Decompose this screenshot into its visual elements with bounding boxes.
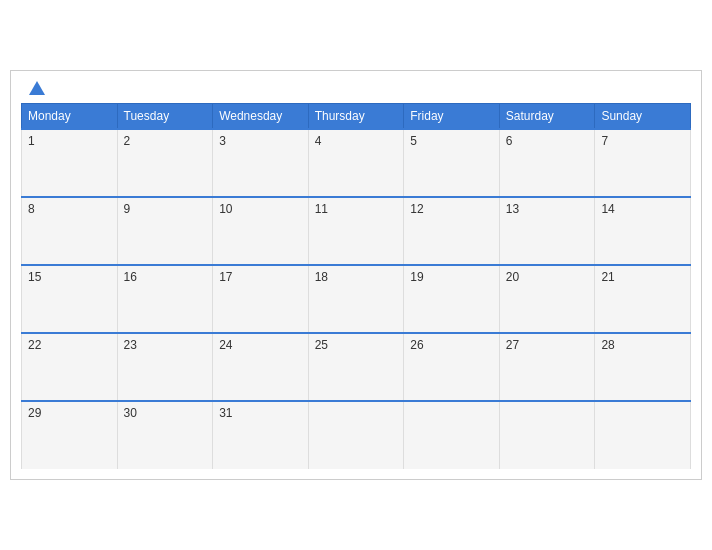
day-header-thursday: Thursday (308, 104, 404, 130)
calendar-day-26: 26 (404, 333, 500, 401)
day-number: 27 (506, 338, 519, 352)
day-number: 29 (28, 406, 41, 420)
calendar-day-11: 11 (308, 197, 404, 265)
calendar-table: MondayTuesdayWednesdayThursdayFridaySatu… (21, 103, 691, 469)
day-number: 4 (315, 134, 322, 148)
calendar-day-6: 6 (499, 129, 595, 197)
day-number: 18 (315, 270, 328, 284)
calendar-day-7: 7 (595, 129, 691, 197)
day-number: 22 (28, 338, 41, 352)
day-number: 12 (410, 202, 423, 216)
day-header-tuesday: Tuesday (117, 104, 213, 130)
day-number: 30 (124, 406, 137, 420)
day-number: 6 (506, 134, 513, 148)
calendar-day-16: 16 (117, 265, 213, 333)
calendar-day-empty (308, 401, 404, 469)
day-number: 7 (601, 134, 608, 148)
calendar-day-17: 17 (213, 265, 309, 333)
calendar-day-5: 5 (404, 129, 500, 197)
day-number: 28 (601, 338, 614, 352)
days-header-row: MondayTuesdayWednesdayThursdayFridaySatu… (22, 104, 691, 130)
day-header-friday: Friday (404, 104, 500, 130)
calendar-day-21: 21 (595, 265, 691, 333)
calendar-day-18: 18 (308, 265, 404, 333)
calendar-week-row: 891011121314 (22, 197, 691, 265)
day-header-sunday: Sunday (595, 104, 691, 130)
day-number: 3 (219, 134, 226, 148)
day-number: 16 (124, 270, 137, 284)
calendar-container: MondayTuesdayWednesdayThursdayFridaySatu… (10, 70, 702, 480)
calendar-body: 1234567891011121314151617181920212223242… (22, 129, 691, 469)
logo (25, 81, 45, 95)
day-number: 23 (124, 338, 137, 352)
day-number: 9 (124, 202, 131, 216)
day-number: 13 (506, 202, 519, 216)
calendar-day-3: 3 (213, 129, 309, 197)
day-number: 10 (219, 202, 232, 216)
calendar-thead: MondayTuesdayWednesdayThursdayFridaySatu… (22, 104, 691, 130)
logo-triangle-icon (29, 81, 45, 95)
calendar-day-10: 10 (213, 197, 309, 265)
calendar-day-20: 20 (499, 265, 595, 333)
day-number: 17 (219, 270, 232, 284)
day-number: 11 (315, 202, 328, 216)
calendar-day-25: 25 (308, 333, 404, 401)
calendar-day-15: 15 (22, 265, 118, 333)
day-number: 1 (28, 134, 35, 148)
day-number: 8 (28, 202, 35, 216)
day-number: 20 (506, 270, 519, 284)
calendar-day-27: 27 (499, 333, 595, 401)
day-header-saturday: Saturday (499, 104, 595, 130)
calendar-day-28: 28 (595, 333, 691, 401)
day-number: 25 (315, 338, 328, 352)
day-header-wednesday: Wednesday (213, 104, 309, 130)
day-number: 14 (601, 202, 614, 216)
calendar-day-30: 30 (117, 401, 213, 469)
day-number: 5 (410, 134, 417, 148)
day-number: 31 (219, 406, 232, 420)
calendar-day-8: 8 (22, 197, 118, 265)
calendar-week-row: 293031 (22, 401, 691, 469)
calendar-day-empty (404, 401, 500, 469)
day-number: 19 (410, 270, 423, 284)
calendar-day-13: 13 (499, 197, 595, 265)
calendar-day-4: 4 (308, 129, 404, 197)
day-number: 2 (124, 134, 131, 148)
calendar-week-row: 1234567 (22, 129, 691, 197)
calendar-day-19: 19 (404, 265, 500, 333)
day-number: 15 (28, 270, 41, 284)
calendar-day-31: 31 (213, 401, 309, 469)
calendar-week-row: 22232425262728 (22, 333, 691, 401)
calendar-day-14: 14 (595, 197, 691, 265)
day-header-monday: Monday (22, 104, 118, 130)
calendar-header (21, 81, 691, 95)
calendar-day-empty (499, 401, 595, 469)
calendar-day-empty (595, 401, 691, 469)
calendar-day-29: 29 (22, 401, 118, 469)
calendar-day-24: 24 (213, 333, 309, 401)
day-number: 24 (219, 338, 232, 352)
calendar-day-23: 23 (117, 333, 213, 401)
calendar-day-12: 12 (404, 197, 500, 265)
calendar-day-9: 9 (117, 197, 213, 265)
day-number: 21 (601, 270, 614, 284)
calendar-day-2: 2 (117, 129, 213, 197)
calendar-day-1: 1 (22, 129, 118, 197)
day-number: 26 (410, 338, 423, 352)
calendar-week-row: 15161718192021 (22, 265, 691, 333)
calendar-day-22: 22 (22, 333, 118, 401)
